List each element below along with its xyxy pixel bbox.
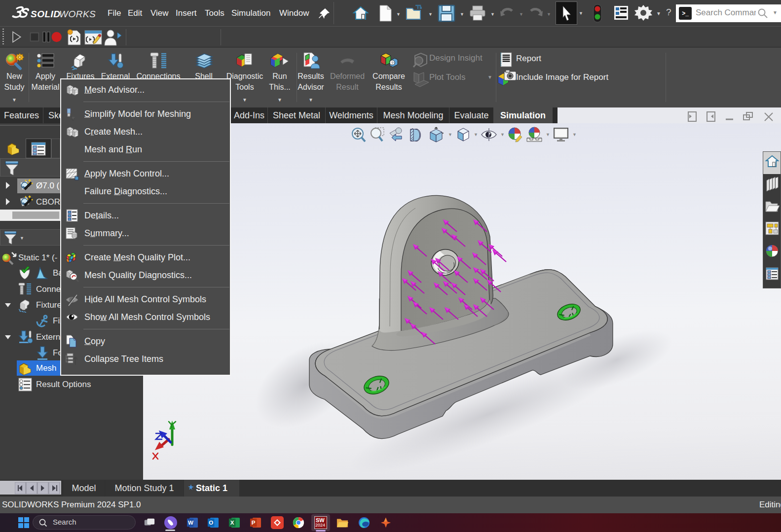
svg-text:WORKS: WORKS <box>59 9 96 19</box>
svg-text:O: O <box>209 520 213 526</box>
svg-text:P: P <box>252 520 256 526</box>
svg-text:SOLID: SOLID <box>31 9 61 19</box>
svg-text:X: X <box>230 520 234 526</box>
svg-text:W: W <box>188 520 193 526</box>
svg-text:?: ? <box>391 61 394 66</box>
